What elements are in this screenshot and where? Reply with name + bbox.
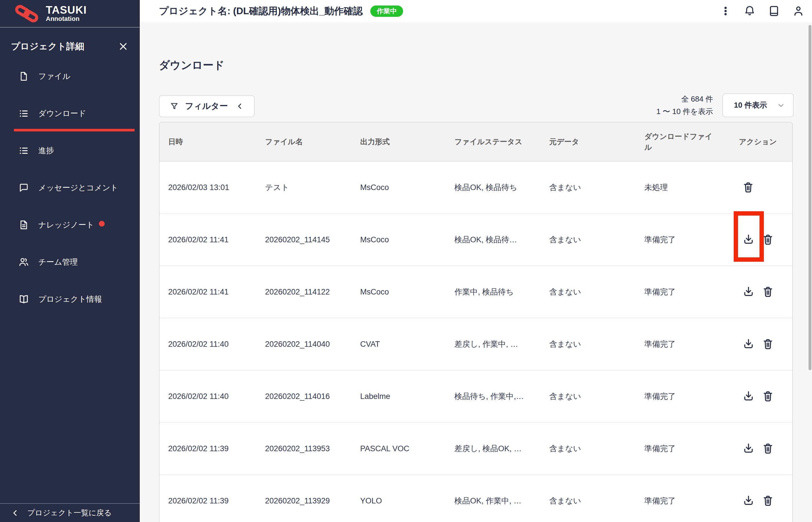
download-button[interactable] — [742, 338, 755, 351]
brand-subname: Annotation — [46, 15, 87, 22]
delete-button[interactable] — [742, 181, 754, 194]
delete-button[interactable] — [762, 442, 774, 455]
cell-actions — [730, 318, 792, 370]
notification-dot — [99, 221, 105, 227]
sidebar-item-files[interactable]: ファイル — [0, 58, 140, 95]
cell-source: 含まない — [541, 214, 636, 265]
cell-status: 検品待ち, 作業中,… — [446, 370, 541, 422]
team-icon — [18, 257, 29, 267]
download-button[interactable] — [742, 442, 755, 455]
close-icon[interactable] — [118, 41, 128, 52]
cell-filename: テスト — [256, 162, 352, 213]
topbar-icons — [720, 5, 812, 17]
cell-actions — [730, 266, 792, 318]
note-icon — [18, 220, 29, 230]
cell-datetime: 2026/02/02 11:41 — [160, 266, 256, 318]
cell-filename: 20260202_114040 — [256, 318, 352, 370]
page-size-select[interactable]: 10 件表示 — [722, 94, 794, 117]
download-button[interactable] — [742, 390, 755, 403]
sidebar-header: プロジェクト詳細 — [0, 27, 140, 53]
cell-dl_status: 準備完了 — [636, 266, 730, 318]
table-row: 2026/02/03 13:01テストMsCoco検品OK, 検品待ち含まない未… — [160, 162, 792, 214]
table-row: 2026/02/02 11:4020260202_114040CVAT差戻し, … — [160, 318, 792, 370]
cell-status: 検品OK, 作業中, … — [446, 475, 541, 522]
column-header: ファイル名 — [256, 122, 352, 161]
user-icon[interactable] — [792, 5, 805, 17]
notebook-icon[interactable] — [768, 5, 780, 17]
cell-actions — [730, 162, 792, 213]
brand-name: TASUKI — [46, 5, 87, 15]
cell-actions — [730, 475, 792, 522]
delete-button[interactable] — [762, 495, 774, 507]
cell-dl_status: 未処理 — [636, 162, 730, 213]
column-header: ファイルステータス — [446, 122, 541, 161]
total-count: 全 684 件 — [656, 93, 713, 105]
sidebar-item-knowledge-notes[interactable]: ナレッジノート — [0, 206, 140, 243]
chevron-left-icon — [236, 102, 244, 110]
active-indicator — [14, 129, 134, 132]
scrollbar[interactable] — [809, 25, 811, 370]
page-size-value: 10 件表示 — [734, 100, 767, 110]
sidebar-item-download[interactable]: ダウンロード — [0, 95, 140, 132]
funnel-icon — [170, 102, 179, 111]
cell-filename: 20260202_114122 — [256, 266, 352, 318]
cell-datetime: 2026/02/03 13:01 — [160, 162, 256, 213]
cell-filename: 20260202_114016 — [256, 370, 352, 422]
chat-icon — [18, 182, 29, 193]
cell-actions — [730, 370, 792, 422]
chevron-left-icon — [12, 509, 19, 517]
cell-source: 含まない — [541, 423, 636, 475]
column-header: 出力形式 — [352, 122, 446, 161]
cell-source: 含まない — [541, 475, 636, 522]
cell-datetime: 2026/02/02 11:41 — [160, 214, 256, 265]
table-row: 2026/02/02 11:3920260202_113929YOLO検品OK,… — [160, 475, 792, 522]
table-body: 2026/02/03 13:01テストMsCoco検品OK, 検品待ち含まない未… — [160, 162, 792, 522]
back-link-label: プロジェクト一覧に戻る — [27, 508, 112, 518]
column-header: 元データ — [541, 122, 636, 161]
cell-datetime: 2026/02/02 11:39 — [160, 475, 256, 522]
sidebar-item-project-info[interactable]: プロジェクト情報 — [0, 281, 140, 318]
cell-status: 差戻し, 検品OK, … — [446, 423, 541, 475]
delete-button[interactable] — [762, 285, 774, 298]
back-to-projects-link[interactable]: プロジェクト一覧に戻る — [0, 503, 140, 522]
sidebar-item-label: 進捗 — [38, 145, 54, 156]
download-button[interactable] — [742, 494, 755, 507]
column-header: ダウンロードファイル — [636, 122, 730, 161]
tasuki-logo-icon — [13, 4, 41, 23]
brand: TASUKI Annotation — [0, 0, 140, 27]
sidebar-item-progress[interactable]: 進捗 — [0, 132, 140, 169]
download-button[interactable] — [742, 285, 755, 299]
delete-button[interactable] — [762, 338, 774, 350]
filter-button[interactable]: フィルター — [159, 95, 255, 117]
delete-button[interactable] — [762, 233, 774, 246]
chevron-down-icon — [777, 101, 785, 109]
file-icon — [18, 71, 29, 82]
cell-format: PASCAL VOC — [352, 423, 446, 475]
delete-button[interactable] — [762, 390, 774, 403]
cell-dl_status: 準備完了 — [636, 214, 730, 265]
cell-source: 含まない — [541, 318, 636, 370]
cell-filename: 20260202_113953 — [256, 423, 352, 475]
pagination-info: 全 684 件 1 〜 10 件を表示 10 件表示 — [656, 93, 794, 118]
cell-format: Labelme — [352, 370, 446, 422]
section-title: ダウンロード — [159, 58, 225, 73]
cell-datetime: 2026/02/02 11:40 — [160, 370, 256, 422]
downloads-table: 日時ファイル名出力形式ファイルステータス元データダウンロードファイルアクション … — [159, 122, 793, 522]
cell-dl_status: 準備完了 — [636, 318, 730, 370]
cell-datetime: 2026/02/02 11:39 — [160, 423, 256, 475]
cell-dl_status: 準備完了 — [636, 370, 730, 422]
kebab-menu-icon[interactable] — [720, 5, 731, 17]
table-header-row: 日時ファイル名出力形式ファイルステータス元データダウンロードファイルアクション — [160, 122, 792, 162]
download-button[interactable] — [742, 233, 755, 246]
list-icon — [18, 145, 29, 156]
cell-format: YOLO — [352, 475, 446, 522]
cell-actions — [730, 423, 792, 475]
cell-filename: 20260202_113929 — [256, 475, 352, 522]
sidebar-item-team[interactable]: チーム管理 — [0, 243, 140, 281]
sidebar-item-messages[interactable]: メッセージとコメント — [0, 169, 140, 206]
cell-format: CVAT — [352, 318, 446, 370]
project-title: プロジェクト名: (DL確認用)物体検出_動作確認 — [159, 5, 363, 18]
range-text: 1 〜 10 件を表示 — [656, 105, 713, 118]
cell-status: 検品OK, 検品待ち — [446, 162, 541, 213]
bell-icon[interactable] — [744, 5, 756, 17]
